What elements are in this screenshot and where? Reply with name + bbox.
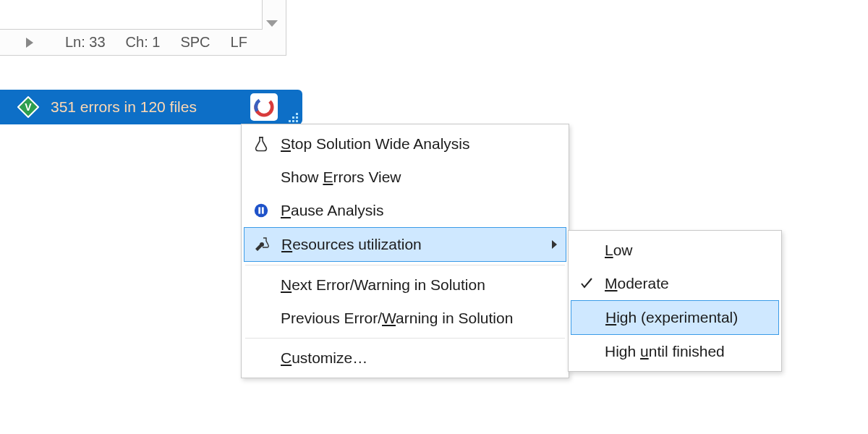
- flask-icon: [249, 135, 273, 153]
- submenu-high-until-finished[interactable]: High until finished: [570, 335, 780, 368]
- submenu-high[interactable]: High (experimental): [571, 300, 779, 335]
- menu-label: Stop Solution Wide Analysis: [281, 135, 469, 153]
- resize-grip-icon[interactable]: [278, 113, 302, 124]
- line-indicator: Ln: 33: [65, 34, 106, 51]
- play-icon[interactable]: [26, 38, 33, 48]
- editor-info-bar: Ln: 33 Ch: 1 SPC LF: [0, 29, 286, 56]
- submenu-arrow-icon: [552, 240, 557, 249]
- indent-indicator: SPC: [180, 34, 210, 51]
- menu-separator: [245, 265, 565, 265]
- menu-separator: [245, 338, 565, 339]
- menu-label: Moderate: [605, 275, 669, 292]
- checkmark-icon: [576, 276, 597, 291]
- menu-label: Next Error/Warning in Solution: [281, 276, 485, 294]
- errors-summary[interactable]: 351 errors in 120 files: [51, 98, 197, 116]
- menu-label: High (experimental): [605, 309, 738, 326]
- svg-point-5: [255, 204, 268, 217]
- menu-pause-analysis[interactable]: Pause Analysis: [243, 194, 567, 227]
- vim-badge-icon[interactable]: V: [17, 96, 39, 118]
- menu-label: Show Errors View: [281, 169, 401, 186]
- char-indicator: Ch: 1: [126, 34, 161, 51]
- status-bar: V 351 errors in 120 files: [0, 90, 302, 124]
- svg-rect-6: [258, 207, 260, 213]
- menu-stop-analysis[interactable]: Stop Solution Wide Analysis: [243, 127, 567, 161]
- editor-footer: Ln: 33 Ch: 1 SPC LF: [0, 0, 286, 56]
- menu-label: Previous Error/Warning in Solution: [281, 310, 513, 327]
- menu-next-error[interactable]: Next Error/Warning in Solution: [243, 268, 567, 302]
- svg-rect-7: [262, 207, 264, 213]
- menu-label: Low: [605, 242, 633, 259]
- submenu-moderate[interactable]: Moderate: [570, 267, 780, 300]
- menu-label: Pause Analysis: [281, 202, 383, 219]
- resources-submenu: Low Moderate High (experimental) High un…: [568, 230, 782, 372]
- svg-text:V: V: [25, 101, 32, 113]
- menu-customize[interactable]: Customize…: [243, 341, 567, 375]
- analysis-context-menu: Stop Solution Wide Analysis Show Errors …: [241, 124, 569, 378]
- submenu-low[interactable]: Low: [570, 234, 780, 267]
- dropdown-arrow-icon[interactable]: [266, 20, 278, 27]
- menu-previous-error[interactable]: Previous Error/Warning in Solution: [243, 302, 567, 335]
- editor-area: [0, 0, 263, 30]
- lineending-indicator: LF: [231, 34, 247, 51]
- menu-label: High until finished: [605, 343, 725, 360]
- pause-icon: [249, 203, 273, 218]
- menu-resources-utilization[interactable]: Resources utilization: [244, 227, 566, 262]
- analysis-status-icon[interactable]: [250, 93, 278, 121]
- menu-show-errors[interactable]: Show Errors View: [243, 161, 567, 194]
- menu-label: Resources utilization: [281, 236, 422, 253]
- menu-label: Customize…: [281, 349, 367, 367]
- wrench-flask-icon: [250, 236, 274, 253]
